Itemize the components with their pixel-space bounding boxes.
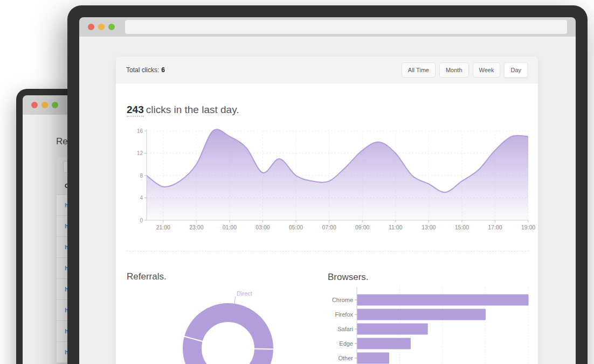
front-browser-window: Total clicks:6 All TimeMonthWeekDay 243c…: [67, 5, 588, 364]
svg-text:23:00: 23:00: [189, 224, 203, 230]
stats-card: Total clicks:6 All TimeMonthWeekDay 243c…: [116, 57, 538, 364]
svg-text:13:00: 13:00: [422, 224, 436, 230]
browsers-bar-chart: ChromeFirefoxSafariEdgeOther: [322, 278, 538, 364]
filter-button-day[interactable]: Day: [504, 62, 528, 78]
bar-safari: [357, 324, 428, 335]
svg-text:0: 0: [140, 218, 143, 223]
svg-text:Other: Other: [338, 355, 353, 361]
filter-button-all-time[interactable]: All Time: [402, 62, 436, 78]
svg-text:8: 8: [140, 173, 143, 179]
headline-text: clicks in the last day.: [146, 104, 239, 115]
close-button[interactable]: [31, 102, 38, 108]
referrals-donut-chart: Direct: [170, 284, 288, 364]
svg-text:16: 16: [137, 128, 143, 134]
filter-button-week[interactable]: Week: [473, 62, 501, 78]
svg-text:19:00: 19:00: [521, 224, 535, 230]
svg-text:03:00: 03:00: [255, 224, 270, 230]
donut-ring: [192, 313, 264, 364]
svg-text:Safari: Safari: [337, 326, 353, 332]
total-clicks-value: 6: [161, 66, 165, 74]
svg-text:01:00: 01:00: [223, 224, 237, 230]
filter-buttons: All TimeMonthWeekDay: [402, 62, 528, 78]
referrals-title: Referrals.: [127, 271, 167, 282]
section-divider: [127, 251, 529, 251]
svg-text:07:00: 07:00: [322, 224, 336, 230]
headline: 243clicks in the last day.: [127, 104, 239, 116]
svg-text:21:00: 21:00: [156, 224, 170, 230]
bar-firefox: [357, 309, 486, 320]
front-titlebar: [79, 17, 576, 37]
total-clicks: Total clicks:6: [126, 66, 165, 74]
donut-label-direct: Direct: [237, 290, 252, 297]
bar-other: [357, 353, 390, 364]
svg-text:15:00: 15:00: [455, 224, 469, 230]
filter-button-month[interactable]: Month: [439, 62, 469, 78]
dashboard-page: Total clicks:6 All TimeMonthWeekDay 243c…: [79, 37, 576, 364]
stats-card-header: Total clicks:6 All TimeMonthWeekDay: [116, 57, 538, 83]
bar-edge: [357, 338, 411, 349]
total-clicks-label: Total clicks:: [126, 66, 159, 74]
svg-text:Firefox: Firefox: [335, 311, 353, 318]
maximize-button[interactable]: [108, 24, 115, 30]
svg-text:05:00: 05:00: [289, 224, 303, 230]
svg-text:Chrome: Chrome: [332, 297, 353, 303]
svg-text:12: 12: [137, 150, 143, 156]
minimize-button[interactable]: [42, 102, 48, 108]
svg-text:11:00: 11:00: [389, 224, 403, 230]
svg-text:17:00: 17:00: [488, 224, 502, 230]
svg-text:09:00: 09:00: [355, 224, 369, 230]
bar-chrome: [357, 295, 529, 306]
maximize-button[interactable]: [52, 102, 58, 108]
clicks-area-chart: 048121621:0023:0001:0003:0005:0007:0009:…: [127, 127, 536, 237]
url-bar[interactable]: [125, 20, 567, 34]
headline-number: 243: [127, 104, 144, 117]
minimize-button[interactable]: [98, 24, 105, 30]
svg-text:4: 4: [140, 195, 143, 201]
close-button[interactable]: [88, 24, 94, 30]
svg-text:Edge: Edge: [339, 340, 353, 347]
